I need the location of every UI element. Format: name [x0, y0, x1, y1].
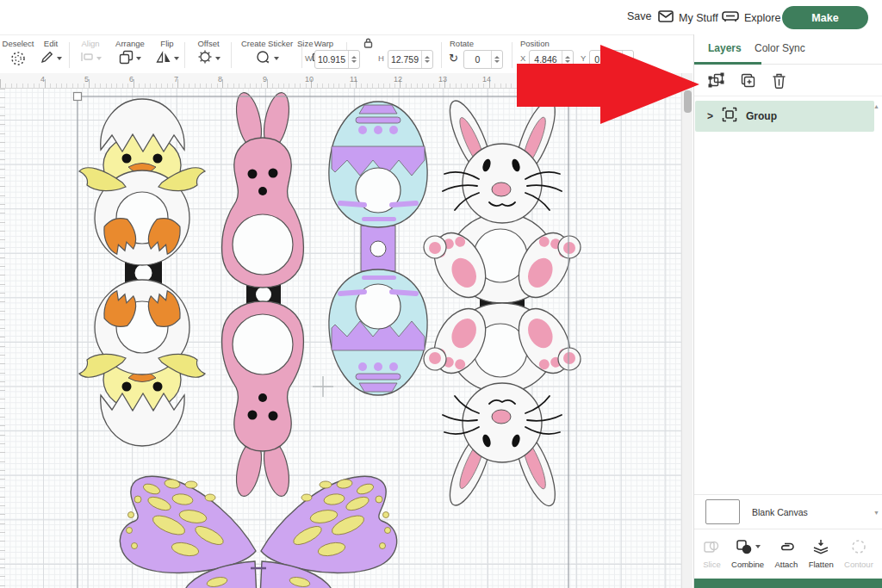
rotate-icon: ↻	[449, 52, 458, 65]
x-label: X	[520, 53, 525, 63]
width-input[interactable]: 10.915	[314, 50, 360, 69]
layer-group-row[interactable]: > Group	[695, 101, 874, 132]
y-label: Y	[581, 53, 586, 63]
envelope-icon	[658, 10, 674, 25]
duplicate-button[interactable]	[740, 72, 756, 89]
blank-canvas-row[interactable]: Blank Canvas	[694, 494, 882, 529]
scroll-up-icon[interactable]: ▲	[873, 103, 879, 109]
width-label: W	[305, 53, 313, 63]
make-button[interactable]: Make	[782, 6, 868, 29]
trash-icon[interactable]	[772, 72, 786, 89]
chevron-down-icon	[755, 545, 761, 548]
lock-icon[interactable]	[363, 37, 374, 53]
scrollbar-thumb[interactable]	[684, 90, 692, 113]
combine-icon	[736, 539, 753, 554]
blank-canvas-label: Blank Canvas	[752, 507, 808, 517]
chevron-down-icon	[96, 57, 102, 60]
selection-handle-top-right[interactable]	[565, 93, 573, 101]
canvas-center-crosshair	[313, 376, 333, 397]
chevron-down-icon	[174, 57, 179, 60]
flip-button[interactable]: Flip	[153, 39, 181, 66]
deselect-button[interactable]: Deselect	[0, 39, 36, 66]
selection-handle-top-left[interactable]	[74, 93, 82, 101]
machine-icon	[722, 10, 739, 25]
canvas-artwork	[0, 89, 681, 588]
slice-button[interactable]: Slice	[703, 539, 721, 569]
y-position-input[interactable]: 0.333	[589, 50, 634, 69]
chevron-down-icon	[215, 57, 220, 60]
canvas-object-butterfly[interactable]	[120, 476, 396, 588]
canvas-object-easter-egg-hugger[interactable]	[329, 102, 427, 395]
edit-toolbar: Deselect Edit Align Arrange Flip Offset	[0, 34, 693, 73]
my-stuff-button[interactable]: My Stuff	[658, 10, 718, 25]
tab-layers[interactable]: Layers	[708, 42, 742, 54]
align-icon	[80, 51, 94, 66]
offset-button[interactable]: Offset	[189, 39, 227, 66]
explore-button[interactable]: Explore	[722, 10, 780, 25]
flatten-icon	[812, 539, 829, 554]
contour-button[interactable]: Contour	[844, 539, 873, 569]
group-icon	[722, 107, 737, 126]
height-label: H	[378, 53, 384, 63]
x-stepper[interactable]	[562, 51, 573, 68]
height-input[interactable]: 12.759	[388, 50, 433, 69]
arrange-button[interactable]: Arrange	[109, 39, 152, 66]
paperclip-icon	[777, 539, 796, 554]
tab-color-sync[interactable]: Color Sync	[755, 42, 805, 54]
arrange-icon	[119, 50, 134, 68]
size-label: Size	[297, 39, 313, 48]
panel-bottom-bar	[694, 579, 882, 588]
horizontal-ruler: 4 5 6 7 8 9 10 11 12 13 14	[0, 73, 681, 89]
edit-button[interactable]: Edit	[36, 39, 65, 66]
chevron-down-icon	[274, 57, 279, 60]
group-button[interactable]	[708, 72, 724, 89]
deselect-icon	[0, 51, 36, 66]
align-button[interactable]: Align	[74, 39, 107, 66]
create-sticker-button[interactable]: Create Sticker	[236, 39, 298, 66]
x-position-input[interactable]: 4.846	[529, 50, 574, 69]
flip-icon	[156, 51, 171, 67]
offset-icon	[197, 49, 213, 68]
design-canvas: 4 5 6 7 8 9 10 11 12 13 14	[0, 73, 693, 588]
layers-panel: Layers Color Sync > Group ▲ ▼ Blank Canv…	[693, 34, 882, 588]
top-header: Save My Stuff Explore Make	[0, 0, 882, 34]
canvas-vertical-scrollbar[interactable]	[681, 73, 693, 588]
layer-tools-row	[694, 65, 882, 96]
position-label: Position	[520, 39, 550, 48]
slice-icon	[703, 539, 720, 554]
canvas-object-white-bunny-hugger[interactable]	[424, 96, 581, 511]
sticker-icon	[256, 50, 271, 68]
save-button[interactable]: Save	[627, 10, 652, 22]
group-layer-label: Group	[746, 110, 777, 122]
attach-button[interactable]: Attach	[774, 539, 798, 569]
layer-actions-bar: Slice Combine Attach Flatten Contour	[694, 529, 882, 579]
rotate-input[interactable]: 0	[463, 50, 503, 69]
flatten-button[interactable]: Flatten	[809, 539, 834, 569]
rotate-stepper[interactable]	[491, 51, 502, 68]
height-stepper[interactable]	[421, 51, 432, 68]
active-tab-underline	[694, 62, 761, 65]
rotate-label: Rotate	[450, 39, 474, 48]
width-stepper[interactable]	[348, 51, 359, 68]
combine-button[interactable]: Combine	[731, 539, 764, 569]
canvas-object-peep-bunny-hugger[interactable]	[222, 90, 304, 498]
blank-canvas-thumbnail[interactable]	[705, 499, 740, 524]
chevron-right-icon[interactable]: >	[707, 110, 713, 122]
panel-tabs: Layers Color Sync	[694, 34, 882, 65]
canvas-object-chick-egg-hugger[interactable]	[79, 99, 205, 446]
chevron-down-icon	[136, 57, 141, 60]
pencil-icon	[40, 50, 54, 67]
y-stepper[interactable]	[622, 51, 633, 68]
chevron-down-icon	[57, 57, 62, 60]
contour-icon	[850, 539, 867, 554]
